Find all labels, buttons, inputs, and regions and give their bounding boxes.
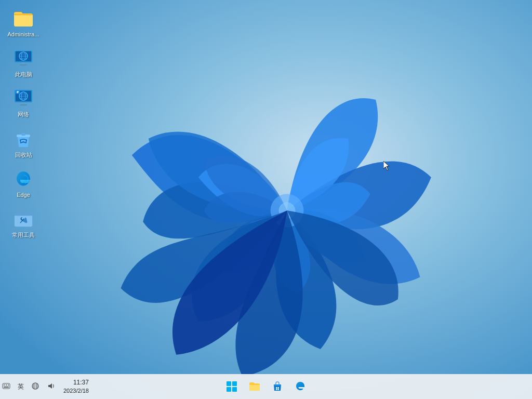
language-indicator[interactable]: 英	[16, 381, 26, 392]
desktop-icon-label-administrator: Administra...	[7, 31, 39, 38]
svg-rect-27	[227, 387, 231, 392]
taskbar-tray: 英 11:37	[0, 377, 92, 396]
edge-browser-icon	[13, 169, 34, 190]
tools-folder-icon	[13, 209, 34, 230]
folder-taskbar-icon	[248, 380, 261, 393]
desktop-icon-administrator[interactable]: Administra...	[3, 5, 44, 41]
file-explorer-button[interactable]	[244, 376, 265, 397]
desktop-icons: Administra...	[3, 5, 44, 242]
svg-rect-30	[276, 387, 277, 389]
desktop-icon-network[interactable]: 网络	[3, 85, 44, 121]
svg-rect-25	[227, 381, 231, 386]
ime-indicator[interactable]	[0, 381, 12, 393]
desktop-icon-tools[interactable]: 常用工具	[3, 206, 44, 242]
svg-rect-24	[21, 133, 25, 136]
svg-rect-29	[274, 384, 281, 386]
taskbar-center-area	[221, 376, 311, 397]
desktop-icon-label-network: 网络	[18, 111, 29, 118]
svg-rect-12	[15, 50, 32, 51]
store-taskbar-icon	[271, 380, 284, 393]
edge-taskbar-icon	[294, 380, 307, 393]
windows-logo-icon	[225, 380, 238, 393]
volume-icon	[47, 382, 55, 390]
svg-rect-26	[232, 381, 237, 386]
monitor-icon	[13, 48, 34, 69]
desktop-icon-label-this-pc: 此电脑	[15, 71, 32, 78]
svg-rect-33	[278, 389, 280, 390]
desktop-icon-recycle[interactable]: 回收站	[3, 126, 44, 162]
svg-rect-38	[4, 387, 9, 388]
desktop-icon-label-edge: Edge	[17, 192, 30, 198]
desktop-icon-this-pc[interactable]: 此电脑	[3, 45, 44, 81]
edge-taskbar-button[interactable]	[290, 376, 311, 397]
desktop-icon-edge[interactable]: Edge	[3, 166, 44, 202]
network-tray-icon[interactable]	[29, 381, 42, 393]
svg-rect-28	[232, 387, 237, 392]
store-button[interactable]	[267, 376, 288, 397]
desktop-icon-label-recycle: 回收站	[15, 152, 32, 158]
network-icon	[31, 382, 39, 390]
clock-time: 11:37	[73, 378, 89, 387]
svg-rect-21	[20, 104, 27, 105]
keyboard-icon	[2, 382, 10, 390]
svg-rect-11	[20, 64, 27, 65]
svg-rect-31	[278, 387, 280, 389]
svg-rect-32	[276, 389, 277, 390]
taskbar: 英 11:37	[0, 374, 532, 399]
svg-rect-35	[4, 384, 5, 385]
recycle-bin-icon	[13, 129, 34, 150]
svg-rect-34	[3, 383, 10, 389]
folder-icon	[13, 8, 34, 29]
network-monitor-icon	[13, 88, 34, 109]
volume-tray-icon[interactable]	[45, 381, 57, 393]
desktop-icon-label-tools: 常用工具	[12, 232, 35, 238]
desktop: Administra...	[0, 0, 532, 399]
svg-rect-36	[6, 384, 7, 385]
start-button[interactable]	[221, 376, 242, 397]
svg-rect-37	[8, 384, 9, 385]
clock-tray[interactable]: 11:37 2023/2/18	[60, 377, 92, 396]
clock-date: 2023/2/18	[63, 387, 89, 395]
